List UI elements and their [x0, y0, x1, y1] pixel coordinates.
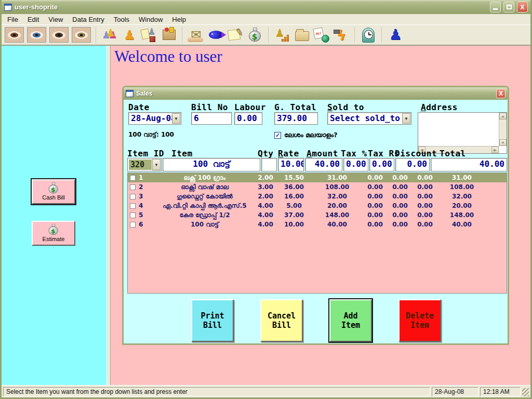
table-row[interactable]: 6 100 വാട്ട് 4.00 10.00 40.00 0.00 0.00 … — [128, 220, 507, 229]
qty-entry-field[interactable] — [261, 158, 277, 171]
status-message: Select the Item you want from the drop d… — [3, 387, 430, 396]
table-row[interactable]: 4 ഏ.വി.റ്റി കാപ്പി ആർ.എസ്.5 4.00 5.00 20… — [128, 201, 507, 210]
row-discount: 0.00 — [413, 174, 437, 181]
vertical-scrollbar[interactable]: ▲ ▼ — [499, 113, 507, 146]
user-figure-icon[interactable]: ♟ — [387, 26, 404, 43]
toolbar-separator — [381, 27, 382, 43]
col-amount: Amount — [307, 149, 338, 158]
cancel-bill-button[interactable]: Cancel Bill — [260, 299, 303, 342]
item-id-combobox[interactable]: 320 ▼ — [127, 158, 162, 171]
row-amount: 108.00 — [311, 183, 363, 191]
delete-item-button[interactable]: Delete Item — [398, 299, 441, 342]
status-date: 28-Aug-08 — [432, 387, 478, 396]
report-globe-icon[interactable]: H:! — [313, 26, 330, 43]
chevron-down-icon[interactable]: ▼ — [152, 159, 161, 170]
items-grid[interactable]: 1 ലക്സ് 100 ഗ്രാം 2.00 15.50 31.00 0.00 … — [127, 172, 507, 294]
customers-group-icon[interactable]: ♟♟♟ — [101, 26, 118, 43]
row-checkbox[interactable] — [130, 222, 136, 228]
amount-entry-field[interactable]: 40.00 — [305, 158, 342, 171]
vendor-card-icon[interactable]: ♟ — [141, 26, 157, 43]
scroll-right-icon[interactable]: ▶ — [491, 147, 499, 153]
utilities-flash-icon[interactable]: ϟ — [333, 26, 350, 43]
table-row[interactable]: 1 ലക്സ് 100 ഗ്രാം 2.00 15.50 31.00 0.00 … — [128, 173, 507, 182]
row-tax-pct: 0.00 — [363, 174, 387, 181]
discount-entry-field[interactable]: 0.00 — [395, 158, 430, 171]
add-item-button[interactable]: Add Item — [329, 299, 372, 342]
row-checkbox[interactable] — [130, 194, 136, 200]
clock-icon[interactable] — [360, 26, 377, 43]
toolbar-separator — [182, 27, 183, 43]
sales-title-bar[interactable]: Sales X — [124, 87, 508, 100]
stock-hint-text: 100 വാട്ട്: 100 — [128, 131, 174, 138]
malayalam-checkbox[interactable] — [274, 132, 281, 139]
tax-pct-entry-field[interactable]: 0.00 — [343, 158, 368, 171]
menu-item[interactable]: View — [44, 15, 68, 24]
g-total-field[interactable]: 379.00 — [274, 112, 318, 125]
menu-item[interactable]: Data Entry — [68, 15, 109, 24]
row-rate: 15.50 — [277, 174, 311, 181]
bill-no-field[interactable]: 6 — [191, 112, 232, 125]
print-bill-button[interactable]: Print Bill — [191, 299, 234, 342]
minimize-button[interactable] — [490, 2, 501, 12]
row-checkbox[interactable] — [130, 184, 136, 190]
money-bag-icon: $ — [48, 224, 59, 235]
eye-photo-2[interactable] — [27, 27, 46, 43]
bill-no-label: Bill No — [191, 102, 228, 112]
close-icon: X — [499, 90, 503, 97]
menu-item[interactable]: Window — [134, 15, 167, 24]
sold-to-combobox[interactable]: Select sold_to ▼ — [327, 112, 411, 125]
estimate-button[interactable]: $ Estimate — [32, 221, 75, 246]
close-button[interactable]: X — [517, 2, 528, 12]
sales-close-button[interactable]: X — [496, 89, 506, 98]
row-number: 1 — [139, 174, 155, 181]
item-entry-field[interactable]: 100 വാട്ട് — [163, 158, 260, 171]
row-tax-pct: 0.00 — [363, 193, 387, 200]
menu-item[interactable]: Edit — [23, 15, 44, 24]
chevron-down-icon[interactable]: ▼ — [402, 113, 410, 124]
table-row[interactable]: 2 ഓക്സി വാഷ് മാല 3.00 36.00 108.00 0.00 … — [128, 182, 507, 192]
eye-photo-4[interactable] — [72, 27, 91, 43]
date-combobox[interactable]: 28-Aug-08 ▼ — [128, 112, 181, 125]
menu-item[interactable]: File — [3, 15, 23, 24]
tax-rs-entry-field[interactable]: 0.00 — [369, 158, 394, 171]
rate-entry-field[interactable]: 10.00 — [278, 158, 304, 171]
mail-icon[interactable]: ✉ — [188, 26, 204, 43]
client-area: $ Cash Bill $ Estimate Welcome to user S… — [2, 46, 530, 385]
chevron-down-icon[interactable]: ▼ — [172, 113, 180, 124]
salesman-stats-icon[interactable]: ♟ — [274, 26, 290, 43]
status-bar: Select the Item you want from the drop d… — [2, 385, 530, 397]
notes-edit-icon[interactable]: ✎ — [227, 26, 244, 43]
row-amount: 20.00 — [311, 202, 363, 209]
maximize-button[interactable] — [503, 2, 514, 12]
row-checkbox[interactable] — [130, 175, 136, 181]
malayalam-checkbox-label: ലേശം മലയാളം? — [284, 131, 338, 139]
row-tax-pct: 0.00 — [363, 183, 387, 191]
cash-bill-button[interactable]: $ Cash Bill — [32, 179, 75, 204]
eye-photo-3[interactable] — [49, 27, 69, 43]
money-bag-icon[interactable]: $ — [247, 26, 263, 43]
menu-item[interactable]: Help — [167, 15, 191, 24]
customer-icon[interactable]: ♟ — [121, 26, 138, 43]
address-textarea[interactable]: ▲ ▼ ◀ ▶ — [418, 112, 507, 154]
resize-grip[interactable] — [522, 388, 529, 396]
scroll-down-icon[interactable]: ▼ — [499, 139, 507, 146]
row-number: 6 — [139, 221, 155, 228]
total-entry-field[interactable]: 40.00 — [431, 158, 507, 171]
scroll-up-icon[interactable]: ▲ — [499, 113, 507, 119]
table-row[interactable]: 3 ഗുഡ്നൈറ്റ് കോയിൽ 2.00 16.00 32.00 0.00… — [128, 192, 507, 201]
row-rate: 37.00 — [277, 211, 311, 219]
main-area: Welcome to user Sales X Date Bill No Lab… — [111, 46, 530, 385]
row-checkbox[interactable] — [130, 203, 136, 209]
row-qty: 4.00 — [254, 221, 277, 228]
menu-item[interactable]: Tools — [109, 15, 134, 24]
cash-bill-label: Cash Bill — [42, 194, 64, 201]
folder-icon[interactable] — [294, 26, 310, 43]
fish-icon[interactable] — [207, 26, 224, 43]
purchase-box-icon[interactable] — [161, 26, 177, 43]
labour-field[interactable]: 0.00 — [234, 112, 262, 125]
g-total-label: G. Total — [274, 102, 316, 112]
table-row[interactable]: 5 കേര ഡ്രോപ്പ് 1/2 4.00 37.00 148.00 0.0… — [128, 210, 507, 220]
row-rate: 36.00 — [277, 183, 311, 191]
row-checkbox[interactable] — [130, 212, 136, 218]
eye-photo-1[interactable] — [5, 27, 24, 43]
